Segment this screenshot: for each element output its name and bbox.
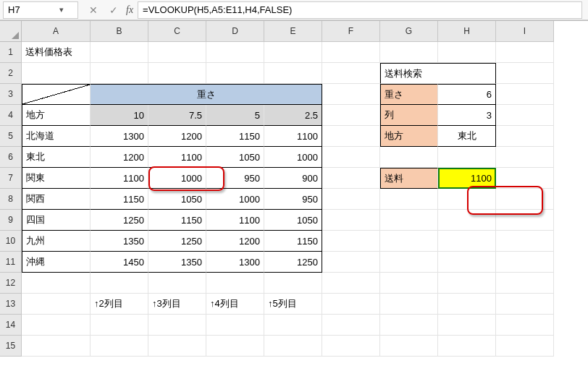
col-header-f[interactable]: F — [322, 21, 380, 42]
cell-i5[interactable] — [496, 126, 554, 147]
cell-b14[interactable] — [91, 315, 148, 336]
table-row-name-2[interactable]: 関東 — [22, 168, 91, 189]
lookup-result-label[interactable]: 送料 — [380, 168, 438, 189]
cell-f13[interactable] — [322, 294, 380, 315]
table-row-d-1[interactable]: 1050 — [206, 147, 264, 168]
cell-h14[interactable] — [438, 315, 496, 336]
cell-f9[interactable] — [322, 210, 380, 231]
cell-f11[interactable] — [322, 252, 380, 273]
cell-f12[interactable] — [322, 273, 380, 294]
table-row-b-2[interactable]: 1100 — [91, 168, 148, 189]
cell-f7[interactable] — [322, 168, 380, 189]
cell-c2[interactable] — [148, 63, 206, 84]
cell-f2[interactable] — [322, 63, 380, 84]
row-header-8[interactable]: 8 — [0, 189, 22, 210]
cell-i1[interactable] — [496, 42, 554, 63]
table-row-c-3[interactable]: 1050 — [148, 189, 206, 210]
cell-a12[interactable] — [22, 273, 91, 294]
cell-i6[interactable] — [496, 147, 554, 168]
accept-icon[interactable]: ✓ — [106, 2, 122, 18]
cancel-icon[interactable]: ✕ — [85, 2, 101, 18]
table-row-d-0[interactable]: 1150 — [206, 126, 264, 147]
cell-g13[interactable] — [380, 294, 438, 315]
cell-f4[interactable] — [322, 105, 380, 126]
cell-h8[interactable] — [438, 189, 496, 210]
cell-h13[interactable] — [438, 294, 496, 315]
row-header-15[interactable]: 15 — [0, 336, 22, 357]
table-row-name-6[interactable]: 沖縄 — [22, 252, 91, 273]
table-row-e-3[interactable]: 950 — [264, 189, 322, 210]
row-header-10[interactable]: 10 — [0, 231, 22, 252]
table-row-name-5[interactable]: 九州 — [22, 231, 91, 252]
table-row-e-1[interactable]: 1000 — [264, 147, 322, 168]
table-row-b-1[interactable]: 1200 — [91, 147, 148, 168]
cell-b2[interactable] — [91, 63, 148, 84]
lookup-result-value[interactable]: 1100 — [438, 168, 496, 189]
row-header-5[interactable]: 5 — [0, 126, 22, 147]
row-header-7[interactable]: 7 — [0, 168, 22, 189]
cell-b15[interactable] — [91, 336, 148, 357]
cell-c15[interactable] — [148, 336, 206, 357]
cell-a15[interactable] — [22, 336, 91, 357]
col-header-b[interactable]: B — [91, 21, 148, 42]
col-note-c[interactable]: ↑3列目 — [148, 294, 206, 315]
cell-g12[interactable] — [380, 273, 438, 294]
cell-a3-diagonal[interactable] — [22, 84, 91, 105]
cell-h15[interactable] — [438, 336, 496, 357]
cell-h9[interactable] — [438, 210, 496, 231]
table-row-c-0[interactable]: 1200 — [148, 126, 206, 147]
cell-g1[interactable] — [380, 42, 438, 63]
weight-header-merged[interactable]: 重さ — [91, 84, 322, 105]
cell-f3[interactable] — [322, 84, 380, 105]
cell-a2[interactable] — [22, 63, 91, 84]
cell-f1[interactable] — [322, 42, 380, 63]
row-header-11[interactable]: 11 — [0, 252, 22, 273]
weight-c[interactable]: 7.5 — [148, 105, 206, 126]
table-row-b-6[interactable]: 1450 — [91, 252, 148, 273]
cell-e15[interactable] — [264, 336, 322, 357]
cell-i15[interactable] — [496, 336, 554, 357]
cell-f15[interactable] — [322, 336, 380, 357]
cell-i2[interactable] — [496, 63, 554, 84]
cell-d2[interactable] — [206, 63, 264, 84]
table-row-d-2[interactable]: 950 — [206, 168, 264, 189]
table-row-e-5[interactable]: 1150 — [264, 231, 322, 252]
table-row-d-5[interactable]: 1200 — [206, 231, 264, 252]
spreadsheet-grid[interactable]: A B C D E F G H I 1 送料価格表 2 送料検索 3 重さ 重さ… — [0, 20, 588, 357]
table-row-b-3[interactable]: 1150 — [91, 189, 148, 210]
col-header-d[interactable]: D — [206, 21, 264, 42]
row-header-3[interactable]: 3 — [0, 84, 22, 105]
table-row-d-3[interactable]: 1000 — [206, 189, 264, 210]
table-row-d-4[interactable]: 1100 — [206, 210, 264, 231]
lookup-col-label[interactable]: 列 — [380, 105, 438, 126]
cell-f10[interactable] — [322, 231, 380, 252]
cell-g14[interactable] — [380, 315, 438, 336]
cell-d15[interactable] — [206, 336, 264, 357]
table-row-name-0[interactable]: 北海道 — [22, 126, 91, 147]
chevron-down-icon[interactable]: ▾ — [41, 5, 77, 14]
weight-b[interactable]: 10 — [91, 105, 148, 126]
cell-a14[interactable] — [22, 315, 91, 336]
col-header-a[interactable]: A — [22, 21, 91, 42]
table-row-e-0[interactable]: 1100 — [264, 126, 322, 147]
table-row-d-6[interactable]: 1300 — [206, 252, 264, 273]
cell-i4[interactable] — [496, 105, 554, 126]
region-header[interactable]: 地方 — [22, 105, 91, 126]
cell-g10[interactable] — [380, 231, 438, 252]
table-row-c-4[interactable]: 1150 — [148, 210, 206, 231]
cell-b12[interactable] — [91, 273, 148, 294]
lookup-region-label[interactable]: 地方 — [380, 126, 438, 147]
cell-i10[interactable] — [496, 231, 554, 252]
weight-e[interactable]: 2.5 — [264, 105, 322, 126]
cell-g9[interactable] — [380, 210, 438, 231]
cell-g6[interactable] — [380, 147, 438, 168]
cell-h1[interactable] — [438, 42, 496, 63]
table-row-e-6[interactable]: 1250 — [264, 252, 322, 273]
row-header-9[interactable]: 9 — [0, 210, 22, 231]
cell-g15[interactable] — [380, 336, 438, 357]
lookup-region-value[interactable]: 東北 — [438, 126, 496, 147]
cell-i13[interactable] — [496, 294, 554, 315]
cell-e14[interactable] — [264, 315, 322, 336]
col-header-c[interactable]: C — [148, 21, 206, 42]
table-row-e-2[interactable]: 900 — [264, 168, 322, 189]
